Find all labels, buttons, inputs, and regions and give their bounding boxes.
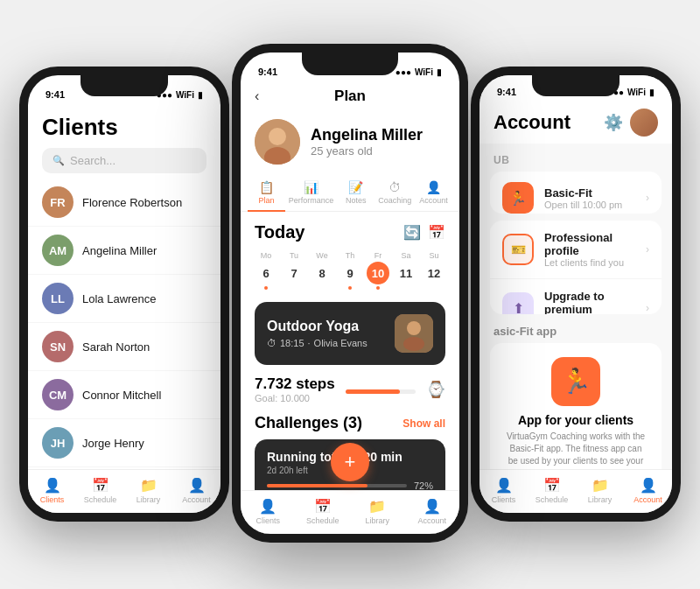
plan-screen: 9:41 ●●● WiFi ▮ ‹ Plan (241, 53, 459, 534)
tab-performance-label: Performance (289, 196, 334, 205)
day-monday[interactable]: Mo 6 (255, 251, 277, 290)
nav-item-schedule[interactable]: 📅 Schedule (76, 477, 124, 504)
wifi-icon-right: WiFi (627, 88, 646, 97)
nav-label-account-c: Account (417, 516, 446, 525)
avatar: CM (42, 379, 74, 410)
avatar: LL (42, 283, 74, 314)
back-button[interactable]: ‹ (255, 88, 259, 104)
fitness-tracker-icon: ⌚ (426, 380, 445, 399)
activity-meta: ⏱ 18:15 · Olivia Evans (267, 338, 368, 348)
chevron-right-icon: › (646, 192, 649, 204)
menu-item-basicfit[interactable]: 🏃 Basic-Fit Open till 10:00 pm › (490, 172, 662, 214)
menu-item-upgrade[interactable]: ⬆ Upgrade to premium Manage membership › (490, 279, 662, 314)
fab-button[interactable]: + (331, 443, 369, 481)
nav-label-schedule-r: Schedule (536, 495, 569, 504)
refresh-icon[interactable]: 🔄 (403, 224, 421, 241)
nav-item-clients[interactable]: 👤 Clients (28, 477, 76, 504)
menu-card-club: 🏃 Basic-Fit Open till 10:00 pm › (490, 172, 662, 214)
tab-coaching-label: Coaching (378, 196, 411, 205)
today-label: Today (255, 222, 304, 242)
day-thursday[interactable]: Th 9 (339, 251, 361, 290)
tab-performance[interactable]: 📊 Performance (285, 175, 338, 211)
tab-plan[interactable]: 📋 Plan (248, 175, 285, 212)
nav-item-account-r[interactable]: 👤 Account (624, 477, 672, 504)
search-icon: 🔍 (52, 155, 65, 166)
week-strip: Mo 6 Tu 7 We 8 (255, 251, 445, 290)
clients-screen: 9:41 ●●● WiFi ▮ Clients 🔍 Search... (28, 75, 220, 513)
activity-info: Outdoor Yoga ⏱ 18:15 · Olivia Evans (267, 319, 368, 348)
bottom-nav-left: 👤 Clients 📅 Schedule 📁 Library 👤 Account (28, 469, 220, 513)
phone-right: 9:41 ●●● WiFi ▮ Account ⚙️ ub (471, 67, 681, 522)
settings-icon[interactable]: ⚙️ (604, 113, 623, 132)
tab-account-label: Account (419, 196, 448, 205)
nav-label-library-r: Library (588, 495, 612, 504)
nav-item-library-c[interactable]: 📁 Library (350, 498, 405, 525)
app-section-label: asic-Fit app (480, 321, 672, 343)
nav-item-schedule-c[interactable]: 📅 Schedule (296, 498, 351, 525)
account-avatar[interactable] (630, 109, 658, 137)
steps-info: 7.732 steps Goal: 10.000 (255, 375, 335, 403)
clients-title: Clients (42, 114, 206, 141)
day-dot (432, 286, 436, 290)
list-item[interactable]: FR Florence Robertson (28, 179, 220, 227)
search-bar[interactable]: 🔍 Search... (42, 148, 206, 173)
steps-bar (346, 389, 416, 394)
tab-account[interactable]: 👤 Account (415, 175, 452, 211)
day-saturday[interactable]: Sa 11 (395, 251, 417, 290)
account-nav-icon: 👤 (188, 477, 206, 494)
list-item[interactable]: CM Connor Mitchell (28, 371, 220, 419)
schedule-icon-c: 📅 (314, 498, 332, 515)
activity-thumbnail (395, 314, 433, 353)
day-tuesday[interactable]: Tu 7 (283, 251, 305, 290)
nav-item-library-r[interactable]: 📁 Library (576, 477, 624, 504)
challenges-header: Challenges (3) Show all (255, 414, 445, 432)
tab-bar: 📋 Plan 📊 Performance 📝 Notes ⏱ Coaching (241, 175, 459, 212)
scene: 9:41 ●●● WiFi ▮ Clients 🔍 Search... (0, 0, 700, 589)
calendar-icon[interactable]: 📅 (428, 224, 445, 241)
day-sunday[interactable]: Su 12 (423, 251, 445, 290)
nav-item-account-c[interactable]: 👤 Account (405, 498, 460, 525)
list-item[interactable]: AM Angelina Miller (28, 227, 220, 275)
plan-title: Plan (334, 88, 366, 105)
search-placeholder: Search... (70, 154, 116, 167)
bottom-nav-right: 👤 Clients 📅 Schedule 📁 Library 👤 Account (480, 469, 672, 513)
nav-item-clients-r[interactable]: 👤 Clients (480, 477, 528, 504)
client-name: Angelina Miller (82, 244, 157, 257)
clock-icon: ⏱ (267, 338, 276, 348)
plan-header: ‹ Plan (241, 84, 459, 112)
account-icon-r: 👤 (640, 477, 657, 494)
library-icon-c: 📁 (368, 498, 386, 515)
battery-icon-right: ▮ (649, 88, 654, 97)
plan-content: Today 🔄 📅 Mo 6 (241, 212, 459, 534)
menu-item-profile[interactable]: 🎫 Professional profile Let clients find … (490, 221, 662, 279)
list-item[interactable]: LL Lola Lawrence (28, 275, 220, 323)
nav-item-schedule-r[interactable]: 📅 Schedule (528, 477, 576, 504)
list-item[interactable]: SN Sarah Norton (28, 323, 220, 371)
tab-coaching[interactable]: ⏱ Coaching (374, 175, 415, 211)
day-wednesday[interactable]: We 8 (311, 251, 333, 290)
profile-name: Angelina Miller (311, 126, 423, 144)
nav-label-clients: Clients (40, 495, 65, 504)
steps-card: 7.732 steps Goal: 10.000 ⌚ (255, 375, 445, 403)
account-header: Account ⚙️ (480, 102, 672, 144)
nav-item-clients-c[interactable]: 👤 Clients (241, 498, 296, 525)
status-icons-center: ●●● WiFi ▮ (396, 67, 442, 77)
library-nav-icon: 📁 (140, 477, 158, 494)
nav-item-library[interactable]: 📁 Library (124, 477, 172, 504)
challenge-bar (267, 484, 407, 487)
menu-item-title: Upgrade to premium (544, 290, 635, 314)
nav-label-schedule-c: Schedule (306, 516, 340, 525)
clients-header: Clients 🔍 Search... (28, 107, 220, 179)
activity-card[interactable]: Outdoor Yoga ⏱ 18:15 · Olivia Evans (255, 302, 445, 365)
list-item[interactable]: JH Jorge Henry (28, 419, 220, 467)
tab-notes[interactable]: 📝 Notes (337, 175, 374, 211)
account-tab-icon: 👤 (426, 180, 441, 194)
show-all-button[interactable]: Show all (402, 417, 445, 430)
performance-tab-icon: 📊 (304, 180, 318, 194)
day-friday[interactable]: Fr 10 (367, 251, 389, 290)
client-name: Connor Mitchell (82, 389, 161, 402)
nav-item-account[interactable]: 👤 Account (172, 477, 220, 504)
avatar: AM (42, 235, 74, 266)
profile-info: Angelina Miller 25 years old (311, 126, 423, 158)
clients-icon-r: 👤 (495, 477, 513, 494)
